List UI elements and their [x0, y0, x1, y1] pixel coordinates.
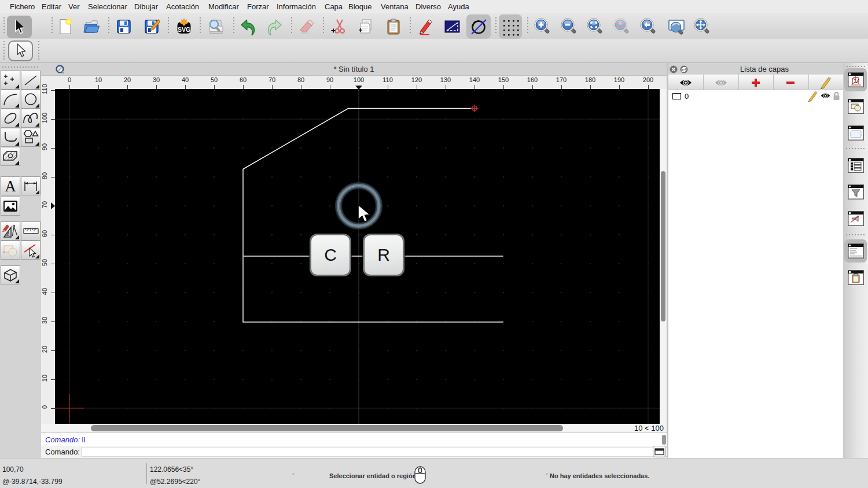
svg-text:SVG: SVG: [178, 26, 190, 33]
svg-text:A: A: [5, 178, 16, 195]
